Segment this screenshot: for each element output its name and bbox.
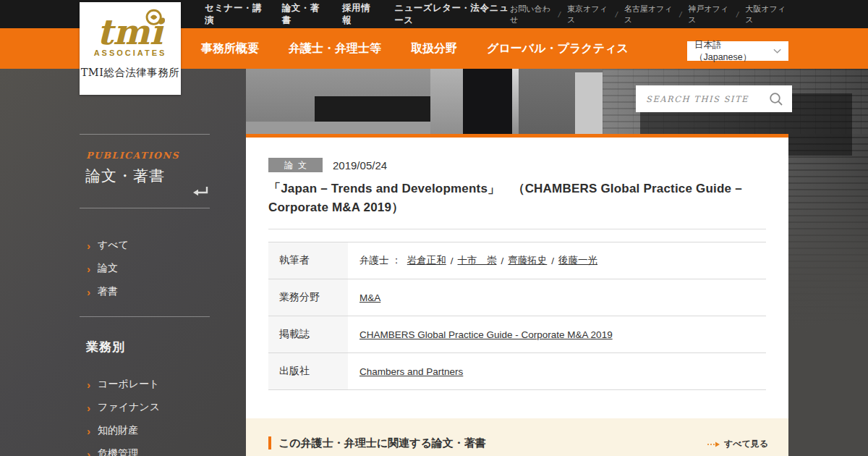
topbar-link[interactable]: セミナー・講演 (205, 2, 263, 27)
journal-link[interactable]: CHAMBERS Global Practice Guide - Corpora… (359, 329, 613, 340)
photo-pillar (430, 69, 463, 134)
main-nav: 事務所概要弁護士・弁理士等取扱分野グローバル・プラクティス (201, 41, 629, 56)
sidebar-filter-list: › すべて › 論文 › 著書 (87, 234, 129, 303)
main-nav-link[interactable]: グローバル・プラクティス (487, 41, 629, 56)
tmi-logo-icon: tmi (95, 8, 165, 54)
sidebar-filter-item[interactable]: › 論文 (87, 257, 129, 280)
main-nav-link[interactable]: 弁護士・弁理士等 (289, 41, 381, 56)
office-link[interactable]: 神戸オフィス (688, 4, 730, 25)
detail-value: CHAMBERS Global Practice Guide - Corpora… (348, 316, 766, 352)
sidebar-category-label: 危機管理 (98, 447, 138, 456)
sidebar-filter-item[interactable]: › 著書 (87, 280, 129, 303)
sidebar-filter-label: 著書 (98, 285, 118, 298)
topbar-link[interactable]: ニューズレター・法令ニュース (394, 2, 510, 27)
office-links: お問い合わせ/東京オフィス/名古屋オフィス/神戸オフィス/大阪オフィス (510, 4, 787, 25)
firm-logo[interactable]: tmi ASSOCIATES TMI総合法律事務所 (80, 2, 181, 95)
detail-row-practice-area: 業務分野 M&A (268, 279, 766, 316)
photo-dark-doorway (463, 69, 517, 134)
sidebar-category-item[interactable]: › コーポレート (87, 373, 160, 396)
sidebar-category-item[interactable]: › 知的財産 (87, 419, 160, 442)
page: セミナー・講演論文・著書採用情報ニューズレター・法令ニュース お問い合わせ/東京… (0, 0, 868, 456)
heading-accent-bar (268, 436, 271, 449)
separator: / (551, 256, 554, 266)
divider (80, 316, 210, 317)
author-link[interactable]: 後藤一光 (558, 254, 597, 267)
sidebar-group-heading: 業務別 (86, 339, 125, 355)
office-link[interactable]: お問い合わせ (510, 4, 552, 25)
office-link[interactable]: 名古屋オフィス (624, 4, 673, 25)
detail-value: Chambers and Partners (348, 353, 766, 389)
separator: / (679, 10, 681, 19)
see-all-label: すべて見る (724, 438, 768, 450)
detail-label: 業務分野 (268, 279, 348, 316)
separator: / (558, 10, 561, 19)
chevron-right-icon: › (87, 425, 90, 437)
author-link[interactable]: 岩倉正和 (407, 254, 446, 267)
related-section: この弁護士・弁理士に関連する論文・著書 すべて見る (246, 418, 788, 456)
sidebar-category-label: コーポレート (98, 378, 159, 391)
office-link[interactable]: 大阪オフィス (745, 4, 787, 25)
detail-value: M&A (348, 279, 766, 316)
search-button[interactable] (769, 92, 783, 106)
article-details-table: 執筆者 弁護士 ： 岩倉正和/十市 崇/齊藤拓史/後藤一光 業務分野 M&A 掲… (268, 242, 766, 390)
article-panel: 論文 2019/05/24 「Japan – Trends and Develo… (246, 134, 788, 418)
search-input[interactable] (644, 93, 763, 105)
divider (80, 208, 210, 208)
sidebar-filter-label: 論文 (98, 262, 118, 275)
topbar-nav: セミナー・講演論文・著書採用情報ニューズレター・法令ニュース (205, 2, 510, 27)
publisher-link[interactable]: Chambers and Partners (359, 366, 463, 377)
chevron-right-icon: › (87, 448, 90, 456)
practice-area-link[interactable]: M&A (359, 292, 380, 303)
author-links: 岩倉正和/十市 崇/齊藤拓史/後藤一光 (407, 254, 597, 267)
separator: / (616, 10, 618, 19)
authors-prefix: 弁護士 ： (359, 254, 401, 267)
divider (268, 229, 766, 229)
right-background (788, 134, 868, 456)
detail-row-authors: 執筆者 弁護士 ： 岩倉正和/十市 崇/齊藤拓史/後藤一光 (268, 242, 766, 279)
author-link[interactable]: 齊藤拓史 (508, 254, 547, 267)
chevron-down-icon (773, 48, 781, 54)
sidebar: PUBLICATIONS 論文・著書 › すべて › 論文 (0, 69, 246, 456)
photo-door-frame (575, 72, 603, 134)
detail-row-publisher: 出版社 Chambers and Partners (268, 353, 766, 390)
detail-label: 執筆者 (268, 242, 348, 279)
sidebar-filter-item[interactable]: › すべて (87, 234, 129, 257)
article-title: 「Japan – Trends and Developments」 （CHAMB… (268, 180, 766, 217)
site-search (636, 85, 792, 112)
return-button[interactable] (191, 185, 210, 200)
sidebar-filter-label: すべて (98, 239, 129, 252)
main-nav-link[interactable]: 事務所概要 (201, 41, 259, 56)
sidebar-section-en: PUBLICATIONS (86, 150, 179, 161)
photo-light-strip (512, 69, 519, 134)
divider (80, 134, 210, 135)
author-link[interactable]: 十市 崇 (458, 254, 497, 267)
language-selector[interactable]: 日本語（Japanese） (687, 41, 788, 61)
chevron-right-icon: › (87, 286, 90, 298)
sidebar-category-label: 知的財産 (98, 424, 138, 437)
chevron-right-icon: › (87, 379, 90, 391)
firm-name: TMI総合法律事務所 (81, 66, 180, 80)
article-meta: 論文 2019/05/24 (268, 158, 766, 172)
detail-value: 弁護士 ： 岩倉正和/十市 崇/齊藤拓史/後藤一光 (348, 242, 766, 279)
sidebar-category-item[interactable]: › ファイナンス (87, 396, 160, 419)
practice-area-links: M&A (359, 292, 380, 303)
sidebar-category-label: ファイナンス (98, 401, 160, 414)
sidebar-section-title: 論文・著書 (85, 166, 165, 186)
see-all-link[interactable]: すべて見る (707, 438, 768, 450)
detail-row-journal: 掲載誌 CHAMBERS Global Practice Guide - Cor… (268, 316, 766, 353)
article-type-badge: 論文 (268, 158, 323, 172)
related-heading: この弁護士・弁理士に関連する論文・著書 (278, 436, 486, 450)
article-date: 2019/05/24 (333, 159, 387, 172)
detail-label: 出版社 (268, 353, 348, 389)
journal-links: CHAMBERS Global Practice Guide - Corpora… (359, 329, 613, 340)
search-icon (769, 92, 783, 106)
sidebar-category-item[interactable]: › 危機管理 (87, 442, 160, 456)
sidebar-category-list: › コーポレート › ファイナンス › 知的財産 › 危機管理 (87, 373, 160, 456)
separator: / (501, 256, 504, 266)
office-link[interactable]: 東京オフィス (567, 4, 609, 25)
return-arrow-icon (191, 185, 210, 200)
detail-label: 掲載誌 (268, 316, 348, 352)
topbar-link[interactable]: 論文・著書 (282, 2, 323, 27)
topbar-link[interactable]: 採用情報 (342, 2, 375, 27)
main-nav-link[interactable]: 取扱分野 (411, 41, 457, 56)
